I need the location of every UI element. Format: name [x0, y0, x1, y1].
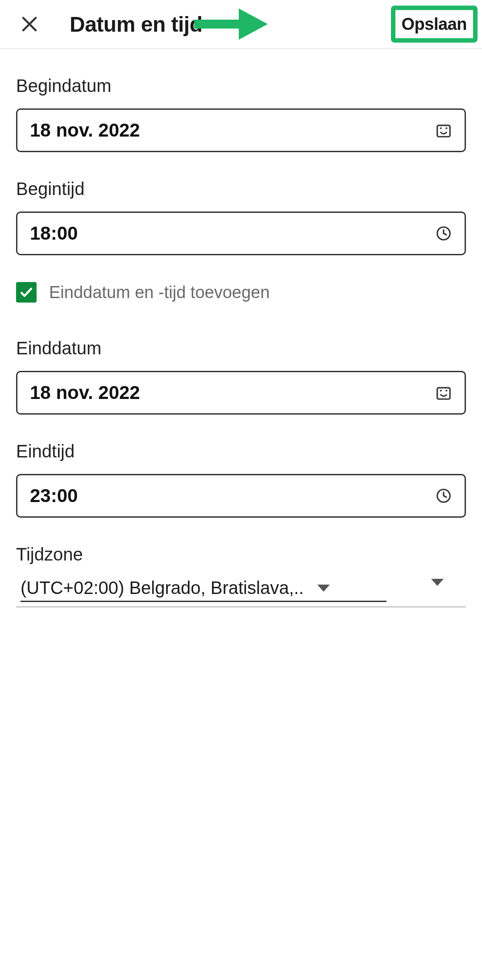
svg-line-9 — [444, 233, 446, 235]
begintijd-input[interactable]: 18:00 — [16, 212, 466, 255]
eindtijd-field: Eindtijd 23:00 — [16, 441, 466, 518]
begintijd-label: Begintijd — [16, 179, 466, 199]
calendar-icon — [435, 384, 452, 401]
begintijd-field: Begintijd 18:00 — [16, 179, 466, 255]
svg-point-6 — [445, 127, 447, 129]
timezone-secondary-select[interactable] — [386, 586, 461, 594]
svg-rect-4 — [437, 125, 450, 137]
timezone-label: Tijdzone — [16, 544, 466, 565]
clock-icon — [435, 225, 452, 242]
begindatum-label: Begindatum — [16, 76, 466, 96]
svg-point-12 — [445, 390, 447, 391]
timezone-select[interactable]: (UTC+02:00) Belgrado, Bratislava,.. — [21, 578, 386, 602]
svg-point-11 — [440, 390, 442, 391]
einddatum-field: Einddatum 18 nov. 2022 — [16, 338, 466, 415]
timezone-row: (UTC+02:00) Belgrado, Bratislava,.. — [16, 578, 466, 607]
begindatum-input[interactable]: 18 nov. 2022 — [16, 108, 466, 152]
calendar-icon — [435, 122, 452, 139]
chevron-down-icon — [431, 579, 444, 594]
svg-rect-10 — [437, 388, 450, 399]
svg-rect-2 — [194, 20, 243, 29]
timezone-field: Tijdzone (UTC+02:00) Belgrado, Bratislav… — [16, 544, 466, 607]
add-end-date-checkbox[interactable] — [16, 282, 37, 303]
form-content: Begindatum 18 nov. 2022 Begintijd 18:00 — [0, 49, 482, 607]
eindtijd-label: Eindtijd — [16, 441, 466, 461]
clock-icon — [435, 487, 452, 504]
einddatum-value: 18 nov. 2022 — [30, 382, 140, 403]
chevron-down-icon — [317, 585, 330, 592]
eindtijd-input[interactable]: 23:00 — [16, 474, 466, 518]
einddatum-input[interactable]: 18 nov. 2022 — [16, 371, 466, 415]
begindatum-value: 18 nov. 2022 — [30, 120, 140, 141]
close-icon — [20, 15, 39, 33]
begintijd-value: 18:00 — [30, 223, 78, 244]
begindatum-field: Begindatum 18 nov. 2022 — [16, 76, 466, 152]
einddatum-label: Einddatum — [16, 338, 466, 358]
eindtijd-value: 23:00 — [30, 485, 78, 507]
svg-marker-3 — [239, 8, 268, 40]
save-button[interactable]: Opslaan — [391, 6, 478, 43]
close-button[interactable] — [16, 11, 43, 37]
add-end-date-label: Einddatum en -tijd toevoegen — [49, 283, 270, 302]
check-icon — [19, 285, 33, 299]
timezone-value: (UTC+02:00) Belgrado, Bratislava,.. — [21, 578, 304, 598]
arrow-right-icon — [194, 6, 270, 42]
svg-line-15 — [444, 496, 446, 497]
page-title: Datum en tijd — [70, 12, 203, 37]
header-bar: Datum en tijd Opslaan — [0, 0, 482, 49]
svg-point-5 — [440, 127, 442, 129]
add-end-date-row: Einddatum en -tijd toevoegen — [16, 282, 466, 303]
annotation-arrow — [194, 6, 270, 42]
